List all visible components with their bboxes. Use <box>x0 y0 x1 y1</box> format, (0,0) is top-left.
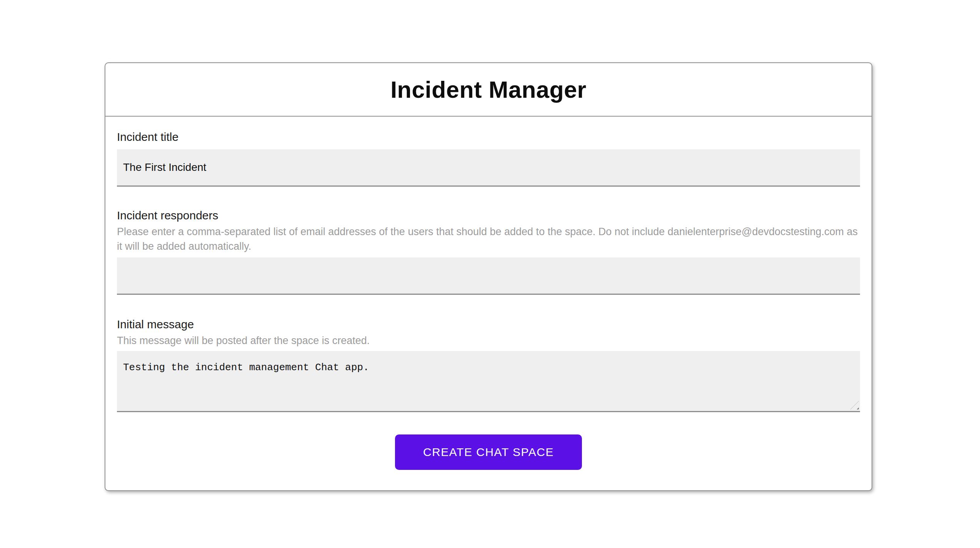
incident-responders-input[interactable] <box>117 257 860 295</box>
create-chat-space-button[interactable]: CREATE CHAT SPACE <box>395 434 582 470</box>
initial-message-section: Initial message This message will be pos… <box>117 317 860 412</box>
incident-title-section: Incident title <box>117 130 860 187</box>
card-header: Incident Manager <box>105 63 872 117</box>
incident-manager-card: Incident Manager Incident title Incident… <box>105 62 872 491</box>
incident-form: Incident title Incident responders Pleas… <box>105 117 872 470</box>
initial-message-helper: This message will be posted after the sp… <box>117 333 860 348</box>
initial-message-label: Initial message <box>117 317 860 331</box>
initial-message-textarea-wrap: Testing the incident management Chat app… <box>117 351 860 412</box>
incident-title-label: Incident title <box>117 130 860 144</box>
button-row: CREATE CHAT SPACE <box>117 434 860 470</box>
incident-title-input[interactable] <box>117 149 860 187</box>
initial-message-textarea[interactable]: Testing the incident management Chat app… <box>117 351 860 412</box>
incident-responders-label: Incident responders <box>117 209 860 222</box>
incident-responders-helper: Please enter a comma-separated list of e… <box>117 224 860 254</box>
page-title: Incident Manager <box>390 76 587 103</box>
incident-responders-section: Incident responders Please enter a comma… <box>117 209 860 295</box>
